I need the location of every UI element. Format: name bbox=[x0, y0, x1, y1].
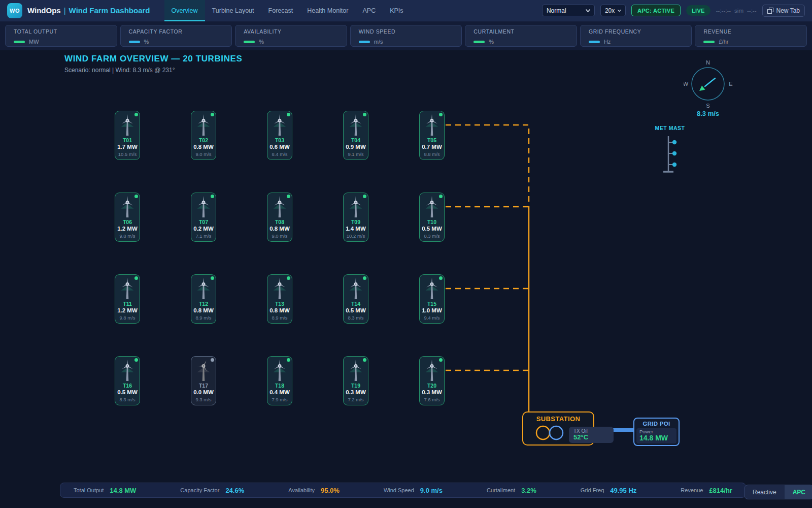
grid-poi[interactable]: GRID POI Power 14.8 MW bbox=[633, 418, 680, 446]
status-stat-value: 95.0% bbox=[321, 487, 340, 494]
turbine-wind-speed: 8.3 m/s bbox=[119, 397, 135, 402]
tx-oil-temperature: 52°C bbox=[573, 434, 609, 441]
turbine-id: T07 bbox=[199, 219, 208, 225]
kpi-unit: £/hr bbox=[719, 39, 728, 45]
turbine-power: 0.0 MW bbox=[193, 389, 214, 395]
turbine-wind-speed: 9.1 m/s bbox=[348, 151, 363, 157]
status-stat: Wind Speed 9.0 m/s bbox=[384, 487, 443, 494]
turbine-wind-speed: 9.8 m/s bbox=[119, 315, 135, 321]
nav-tab[interactable]: Turbine Layout bbox=[205, 0, 261, 21]
status-stat: Revenue £814/hr bbox=[681, 487, 732, 494]
status-stat: Grid Freq 49.95 Hz bbox=[581, 487, 637, 494]
kpi-unit: % bbox=[259, 39, 264, 45]
turbine-power: 0.5 MW bbox=[422, 226, 442, 232]
mode-toggle-option[interactable]: Reactive bbox=[745, 485, 785, 499]
compass-east-label: E bbox=[729, 81, 732, 87]
turbine-id: T03 bbox=[275, 137, 284, 143]
turbine-power: 0.3 MW bbox=[422, 389, 442, 395]
turbine-card[interactable]: T05 0.7 MW 8.8 m/s bbox=[419, 111, 445, 160]
kpi-card: CURTAILMENT % bbox=[465, 25, 577, 47]
scenario-select-value: Normal bbox=[547, 7, 566, 14]
status-stat: Availability 95.0% bbox=[288, 487, 340, 494]
grid-poi-power-value: 14.8 MW bbox=[639, 434, 673, 442]
turbine-card[interactable]: T19 0.3 MW 7.2 m/s bbox=[343, 356, 368, 405]
wind-turbine-icon bbox=[345, 114, 367, 136]
turbine-power: 0.8 MW bbox=[269, 307, 290, 313]
wind-turbine-icon bbox=[116, 196, 139, 218]
scenario-select[interactable]: Normal bbox=[542, 5, 595, 16]
turbine-status-dot bbox=[363, 113, 366, 116]
turbine-card[interactable]: T08 0.8 MW 9.0 m/s bbox=[267, 193, 292, 242]
turbine-power: 0.9 MW bbox=[346, 144, 366, 150]
turbine-id: T14 bbox=[351, 301, 360, 307]
mode-toggle-option[interactable]: APC bbox=[785, 485, 812, 499]
turbine-card[interactable]: T03 0.6 MW 8.4 m/s bbox=[267, 111, 292, 160]
turbine-wind-speed: 8.9 m/s bbox=[195, 315, 211, 321]
turbine-id: T15 bbox=[427, 301, 436, 307]
kpi-spark-dash bbox=[589, 41, 600, 43]
turbine-card[interactable]: T13 0.8 MW 8.9 m/s bbox=[267, 274, 292, 324]
turbine-card[interactable]: T12 0.8 MW 8.9 m/s bbox=[191, 274, 216, 324]
sim-clock: --:-- bbox=[747, 8, 757, 14]
turbine-card[interactable]: T14 0.5 MW 8.3 m/s bbox=[343, 274, 368, 324]
sim-label: sim bbox=[734, 8, 743, 14]
kpi-unit: % bbox=[144, 39, 149, 45]
turbine-card[interactable]: T20 0.3 MW 7.6 m/s bbox=[419, 356, 445, 405]
brand-name: WindOps bbox=[27, 6, 61, 15]
turbine-card[interactable]: T17 0.0 MW 9.3 m/s bbox=[191, 356, 216, 405]
turbine-card[interactable]: T11 1.2 MW 9.8 m/s bbox=[115, 274, 140, 324]
wind-turbine-icon bbox=[192, 277, 215, 300]
turbine-card[interactable]: T10 0.5 MW 8.3 m/s bbox=[419, 193, 445, 242]
kpi-label: CURTAILMENT bbox=[473, 28, 568, 35]
kpi-card: GRID FREQUENCY Hz bbox=[580, 25, 692, 47]
wind-turbine-icon bbox=[421, 359, 443, 382]
turbine-card[interactable]: T06 1.2 MW 9.8 m/s bbox=[115, 193, 140, 242]
nav-tab[interactable]: APC bbox=[355, 0, 383, 21]
turbine-card[interactable]: T04 0.9 MW 9.1 m/s bbox=[343, 111, 368, 160]
turbine-wind-speed: 7.9 m/s bbox=[272, 397, 287, 402]
new-tab-button[interactable]: New Tab bbox=[762, 5, 805, 17]
speed-select-value: 20x bbox=[605, 7, 615, 14]
kpi-label: TOTAL OUTPUT bbox=[14, 28, 109, 35]
turbine-wind-speed: 9.3 m/s bbox=[195, 397, 211, 402]
kpi-label: WIND SPEED bbox=[359, 28, 454, 35]
kpi-label: GRID FREQUENCY bbox=[589, 28, 684, 35]
wind-turbine-icon bbox=[421, 196, 443, 218]
wind-direction-compass: N E S W 8.3 m/s bbox=[684, 55, 734, 118]
wind-turbine-icon bbox=[116, 114, 139, 136]
kpi-label: CAPACITY FACTOR bbox=[129, 28, 224, 35]
nav-tab[interactable]: Health Monitor bbox=[300, 0, 355, 21]
turbine-wind-speed: 9.8 m/s bbox=[119, 233, 135, 239]
kpi-spark-dash bbox=[244, 41, 255, 43]
turbine-card[interactable]: T02 0.8 MW 9.0 m/s bbox=[191, 111, 216, 160]
brand-subtitle: Wind Farm Dashboard bbox=[69, 6, 150, 15]
kpi-spark-dash bbox=[473, 41, 485, 43]
nav-tab[interactable]: Overview bbox=[164, 0, 205, 21]
turbine-id: T09 bbox=[351, 219, 360, 225]
turbine-wind-speed: 8.8 m/s bbox=[424, 151, 439, 157]
apc-status-button[interactable]: APC: ACTIVE bbox=[631, 5, 681, 16]
turbine-status-dot bbox=[211, 195, 214, 198]
turbine-card[interactable]: T01 1.7 MW 10.5 m/s bbox=[115, 111, 140, 160]
nav-tab-label: Turbine Layout bbox=[212, 7, 254, 14]
turbine-power: 0.6 MW bbox=[269, 144, 290, 150]
turbine-power: 1.0 MW bbox=[422, 307, 442, 313]
kpi-card: TOTAL OUTPUT MW bbox=[5, 25, 117, 47]
speed-select[interactable]: 20x bbox=[600, 5, 626, 16]
turbine-card[interactable]: T18 0.4 MW 7.9 m/s bbox=[267, 356, 292, 405]
met-mast-label: MET MAST bbox=[650, 125, 690, 131]
wind-turbine-icon bbox=[268, 277, 291, 300]
wind-turbine-icon bbox=[345, 359, 367, 382]
kpi-card: WIND SPEED m/s bbox=[350, 25, 462, 47]
nav-tab[interactable]: Forecast bbox=[261, 0, 300, 21]
wind-turbine-icon bbox=[421, 114, 443, 136]
turbine-card[interactable]: T09 1.4 MW 10.2 m/s bbox=[343, 193, 368, 242]
nav-tab[interactable]: KPIs bbox=[383, 0, 410, 21]
app-root: WO WindOps|Wind Farm Dashboard Overview … bbox=[0, 0, 812, 508]
turbine-status-dot bbox=[287, 276, 290, 280]
turbine-card[interactable]: T16 0.5 MW 8.3 m/s bbox=[115, 356, 140, 405]
turbine-wind-speed: 10.5 m/s bbox=[118, 151, 137, 157]
turbine-card[interactable]: T07 0.2 MW 7.1 m/s bbox=[191, 193, 216, 242]
turbine-card[interactable]: T15 1.0 MW 9.4 m/s bbox=[419, 274, 445, 324]
turbine-wind-speed: 9.0 m/s bbox=[272, 233, 287, 239]
